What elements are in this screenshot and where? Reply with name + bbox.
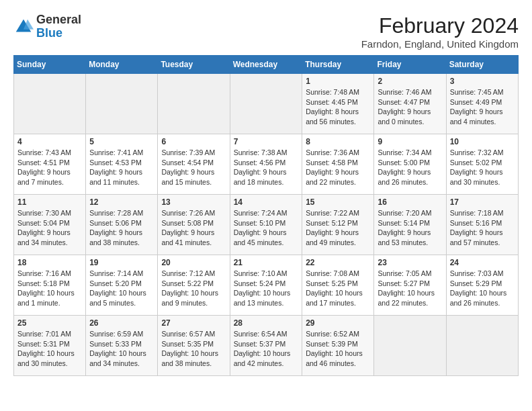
calendar-cell: 10Sunrise: 7:32 AMSunset: 5:02 PMDayligh… (446, 134, 518, 195)
calendar-header-row: SundayMondayTuesdayWednesdayThursdayFrid… (14, 56, 519, 74)
logo-blue: Blue (36, 27, 81, 40)
day-info: Sunrise: 7:22 AMSunset: 5:12 PMDaylight:… (306, 208, 370, 248)
calendar-cell: 11Sunrise: 7:30 AMSunset: 5:04 PMDayligh… (14, 195, 86, 255)
header-monday: Monday (86, 56, 158, 74)
day-info: Sunrise: 7:38 AMSunset: 4:56 PMDaylight:… (234, 148, 299, 187)
day-info: Sunrise: 7:41 AMSunset: 4:53 PMDaylight:… (89, 148, 154, 187)
day-info: Sunrise: 7:08 AMSunset: 5:25 PMDaylight:… (306, 269, 370, 308)
calendar-cell: 4Sunrise: 7:43 AMSunset: 4:51 PMDaylight… (14, 134, 86, 195)
calendar-cell (86, 74, 158, 134)
header-wednesday: Wednesday (230, 56, 302, 74)
day-number: 16 (378, 197, 442, 207)
calendar-week-row: 1Sunrise: 7:48 AMSunset: 4:45 PMDaylight… (14, 74, 519, 134)
calendar-cell: 22Sunrise: 7:08 AMSunset: 5:25 PMDayligh… (302, 255, 374, 316)
day-number: 1 (306, 77, 370, 86)
day-info: Sunrise: 7:46 AMSunset: 4:47 PMDaylight:… (378, 87, 442, 127)
calendar-cell: 29Sunrise: 6:52 AMSunset: 5:39 PMDayligh… (302, 316, 374, 376)
day-info: Sunrise: 6:52 AMSunset: 5:39 PMDaylight:… (306, 329, 370, 369)
day-info: Sunrise: 7:18 AMSunset: 5:16 PMDaylight:… (450, 208, 515, 248)
day-info: Sunrise: 7:30 AMSunset: 5:04 PMDaylight:… (17, 208, 82, 248)
calendar-cell: 17Sunrise: 7:18 AMSunset: 5:16 PMDayligh… (446, 195, 518, 255)
day-number: 26 (89, 318, 154, 328)
header-tuesday: Tuesday (158, 56, 230, 74)
day-info: Sunrise: 7:43 AMSunset: 4:51 PMDaylight:… (17, 148, 82, 187)
logo-text: General Blue (36, 13, 81, 40)
day-info: Sunrise: 6:57 AMSunset: 5:35 PMDaylight:… (161, 329, 226, 369)
location: Farndon, England, United Kingdom (361, 38, 519, 50)
day-info: Sunrise: 7:45 AMSunset: 4:49 PMDaylight:… (450, 87, 515, 127)
day-number: 17 (450, 197, 515, 207)
day-info: Sunrise: 7:32 AMSunset: 5:02 PMDaylight:… (450, 148, 515, 187)
calendar-cell: 12Sunrise: 7:28 AMSunset: 5:06 PMDayligh… (86, 195, 158, 255)
calendar-cell: 3Sunrise: 7:45 AMSunset: 4:49 PMDaylight… (446, 74, 518, 134)
calendar-cell (158, 74, 230, 134)
day-number: 2 (378, 77, 442, 86)
day-number: 29 (306, 318, 370, 328)
day-info: Sunrise: 7:16 AMSunset: 5:18 PMDaylight:… (17, 269, 82, 308)
calendar-cell: 16Sunrise: 7:20 AMSunset: 5:14 PMDayligh… (374, 195, 446, 255)
calendar-table: SundayMondayTuesdayWednesdayThursdayFrid… (13, 55, 519, 376)
header-friday: Friday (374, 56, 446, 74)
day-info: Sunrise: 6:59 AMSunset: 5:33 PMDaylight:… (89, 329, 154, 369)
day-info: Sunrise: 7:03 AMSunset: 5:29 PMDaylight:… (450, 269, 515, 308)
calendar-cell: 14Sunrise: 7:24 AMSunset: 5:10 PMDayligh… (230, 195, 302, 255)
calendar-week-row: 4Sunrise: 7:43 AMSunset: 4:51 PMDaylight… (14, 134, 519, 195)
day-info: Sunrise: 7:26 AMSunset: 5:08 PMDaylight:… (161, 208, 226, 248)
calendar-cell: 27Sunrise: 6:57 AMSunset: 5:35 PMDayligh… (158, 316, 230, 376)
calendar-cell: 15Sunrise: 7:22 AMSunset: 5:12 PMDayligh… (302, 195, 374, 255)
day-number: 22 (306, 258, 370, 267)
calendar-cell: 1Sunrise: 7:48 AMSunset: 4:45 PMDaylight… (302, 74, 374, 134)
day-number: 5 (89, 137, 154, 146)
day-info: Sunrise: 7:01 AMSunset: 5:31 PMDaylight:… (17, 329, 82, 369)
page-header: General Blue February 2024 Farndon, Engl… (13, 13, 519, 50)
calendar-week-row: 11Sunrise: 7:30 AMSunset: 5:04 PMDayligh… (14, 195, 519, 255)
calendar-cell (230, 74, 302, 134)
calendar-cell: 5Sunrise: 7:41 AMSunset: 4:53 PMDaylight… (86, 134, 158, 195)
month-title: February 2024 (361, 13, 519, 38)
day-info: Sunrise: 7:39 AMSunset: 4:54 PMDaylight:… (161, 148, 226, 187)
calendar-cell: 18Sunrise: 7:16 AMSunset: 5:18 PMDayligh… (14, 255, 86, 316)
logo: General Blue (13, 13, 81, 40)
calendar-cell: 7Sunrise: 7:38 AMSunset: 4:56 PMDaylight… (230, 134, 302, 195)
header-sunday: Sunday (14, 56, 86, 74)
header-thursday: Thursday (302, 56, 374, 74)
calendar-cell (374, 316, 446, 376)
calendar-cell: 26Sunrise: 6:59 AMSunset: 5:33 PMDayligh… (86, 316, 158, 376)
day-number: 11 (17, 197, 82, 207)
day-number: 7 (234, 137, 299, 146)
calendar-cell: 6Sunrise: 7:39 AMSunset: 4:54 PMDaylight… (158, 134, 230, 195)
day-number: 20 (161, 258, 226, 267)
day-info: Sunrise: 7:14 AMSunset: 5:20 PMDaylight:… (89, 269, 154, 308)
calendar-cell: 23Sunrise: 7:05 AMSunset: 5:27 PMDayligh… (374, 255, 446, 316)
day-number: 23 (378, 258, 442, 267)
calendar-cell: 28Sunrise: 6:54 AMSunset: 5:37 PMDayligh… (230, 316, 302, 376)
day-number: 10 (450, 137, 515, 146)
calendar-cell: 8Sunrise: 7:36 AMSunset: 4:58 PMDaylight… (302, 134, 374, 195)
calendar-cell (14, 74, 86, 134)
header-saturday: Saturday (446, 56, 518, 74)
day-info: Sunrise: 7:10 AMSunset: 5:24 PMDaylight:… (234, 269, 299, 308)
day-info: Sunrise: 7:12 AMSunset: 5:22 PMDaylight:… (161, 269, 226, 308)
calendar-cell: 25Sunrise: 7:01 AMSunset: 5:31 PMDayligh… (14, 316, 86, 376)
day-number: 8 (306, 137, 370, 146)
day-number: 28 (234, 318, 299, 328)
calendar-week-row: 25Sunrise: 7:01 AMSunset: 5:31 PMDayligh… (14, 316, 519, 376)
day-info: Sunrise: 7:24 AMSunset: 5:10 PMDaylight:… (234, 208, 299, 248)
day-number: 15 (306, 197, 370, 207)
day-number: 18 (17, 258, 82, 267)
day-info: Sunrise: 7:05 AMSunset: 5:27 PMDaylight:… (378, 269, 442, 308)
day-info: Sunrise: 7:36 AMSunset: 4:58 PMDaylight:… (306, 148, 370, 187)
day-number: 25 (17, 318, 82, 328)
calendar-cell: 2Sunrise: 7:46 AMSunset: 4:47 PMDaylight… (374, 74, 446, 134)
day-number: 3 (450, 77, 515, 86)
day-number: 6 (161, 137, 226, 146)
calendar-cell: 13Sunrise: 7:26 AMSunset: 5:08 PMDayligh… (158, 195, 230, 255)
day-number: 27 (161, 318, 226, 328)
calendar-cell: 19Sunrise: 7:14 AMSunset: 5:20 PMDayligh… (86, 255, 158, 316)
calendar-cell: 21Sunrise: 7:10 AMSunset: 5:24 PMDayligh… (230, 255, 302, 316)
logo-general: General (36, 13, 81, 27)
day-number: 21 (234, 258, 299, 267)
calendar-cell (446, 316, 518, 376)
day-info: Sunrise: 7:20 AMSunset: 5:14 PMDaylight:… (378, 208, 442, 248)
day-info: Sunrise: 6:54 AMSunset: 5:37 PMDaylight:… (234, 329, 299, 369)
